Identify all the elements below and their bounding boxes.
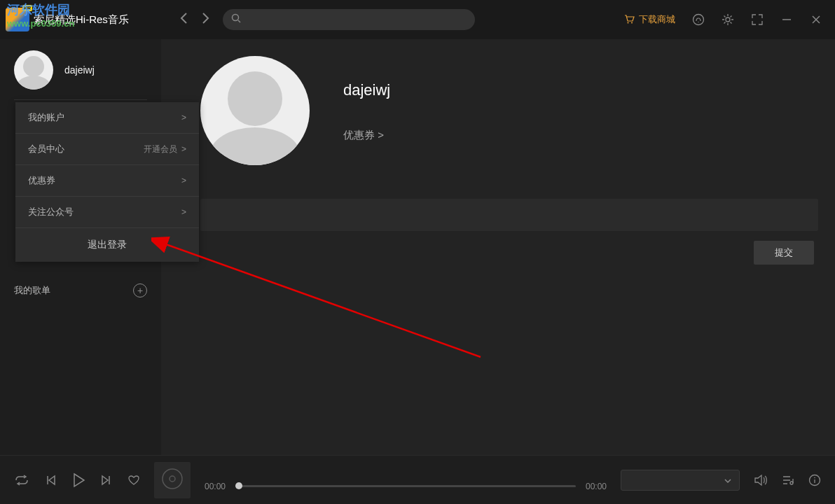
settings-icon[interactable] [722,13,734,26]
next-track-icon[interactable] [101,475,112,486]
player-bar: 00:00 00:00 [0,455,835,504]
minimize-icon[interactable] [780,13,793,26]
menu-follow-wechat[interactable]: 关注公众号 > [15,197,199,228]
prev-track-icon[interactable] [45,475,56,486]
shop-label: 下载商城 [639,13,675,26]
download-shop-link[interactable]: 下载商城 [623,13,675,27]
nav-forward-icon[interactable] [202,12,210,27]
sidebar-username: dajeiwj [64,64,95,76]
svg-point-12 [170,476,175,482]
svg-point-11 [163,469,182,489]
menu-my-account[interactable]: 我的账户 > [15,102,199,134]
search-icon [231,13,241,26]
my-playlist-row: 我的歌单 + [0,278,161,303]
disc-icon [160,467,184,493]
avatar-small [14,50,53,90]
close-icon[interactable] [810,13,822,26]
avatar-large [200,56,310,165]
svg-point-0 [233,15,239,21]
main-area: dajeiwj 优惠券 > 提交 [161,39,835,455]
loop-icon[interactable] [14,475,29,486]
chevron-right-icon: > [181,207,186,217]
info-icon[interactable] [808,474,821,486]
search-input[interactable] [223,9,475,30]
user-dropdown: 我的账户 > 会员中心 开通会员> 优惠券 > 关注公众号 > 退出登录 [15,102,199,262]
coupon-link[interactable]: 优惠券 > [343,129,390,142]
logo-area: HR 索尼精选Hi-Res音乐 [6,8,167,31]
menu-coupon[interactable]: 优惠券 > [15,165,199,197]
playlist-icon[interactable] [782,475,794,486]
svg-line-1 [238,20,240,22]
svg-point-19 [814,477,815,478]
favorite-icon[interactable] [127,475,140,486]
play-icon[interactable] [71,472,85,488]
divider [14,99,147,100]
notification-icon[interactable] [692,13,705,26]
menu-label: 我的账户 [28,111,64,124]
menu-label: 会员中心 [28,143,64,155]
feedback-input[interactable] [200,199,818,231]
time-current: 00:00 [205,482,226,491]
svg-point-4 [693,15,704,25]
app-title: 索尼精选Hi-Res音乐 [34,13,129,27]
menu-label: 关注公众号 [28,206,74,218]
svg-point-5 [726,18,730,22]
quality-select[interactable] [621,470,740,491]
progress-area: 00:00 00:00 [205,482,607,491]
chevron-right-icon: > [181,176,186,186]
menu-member-center[interactable]: 会员中心 开通会员> [15,134,199,165]
album-thumbnail[interactable] [154,462,191,498]
submit-button[interactable]: 提交 [754,241,814,265]
expand-icon[interactable] [751,13,764,26]
cart-icon [623,13,635,27]
chevron-down-icon [724,474,732,486]
profile-username: dajeiwj [343,81,390,99]
menu-hint: 开通会员 [144,144,177,155]
titlebar: HR 索尼精选Hi-Res音乐 下载商城 [0,0,835,39]
svg-point-3 [631,22,633,23]
profile-section: dajeiwj 优惠券 > [200,56,818,165]
nav-arrows [179,12,210,27]
nav-back-icon[interactable] [179,12,188,27]
playlist-label: 我的歌单 [14,284,50,297]
sidebar-user[interactable]: dajeiwj [0,46,161,99]
add-playlist-button[interactable]: + [133,284,147,298]
time-total: 00:00 [586,482,607,491]
menu-logout[interactable]: 退出登录 [15,228,199,262]
progress-slider[interactable] [235,485,576,487]
volume-icon[interactable] [754,474,768,486]
hires-badge: HR [22,5,32,11]
menu-label: 优惠券 [28,174,55,187]
chevron-right-icon: > [181,144,186,154]
chevron-right-icon: > [181,113,186,122]
header-right: 下载商城 [623,13,829,27]
svg-point-2 [628,22,629,23]
app-logo-icon: HR [6,8,29,31]
